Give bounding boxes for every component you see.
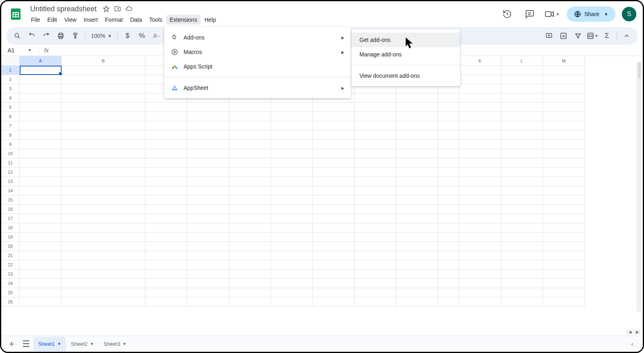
cell[interactable] xyxy=(438,233,459,242)
cell[interactable] xyxy=(355,270,396,279)
cell[interactable] xyxy=(187,223,229,233)
cell[interactable] xyxy=(229,205,271,214)
cell[interactable] xyxy=(20,242,62,251)
cell[interactable] xyxy=(62,297,145,307)
cell[interactable] xyxy=(229,214,271,223)
name-box[interactable]: A1 ▼ xyxy=(4,47,35,54)
meet-icon[interactable]: ▼ xyxy=(544,6,560,22)
cell[interactable] xyxy=(543,131,585,140)
menu-view-document-addons[interactable]: View document add-ons xyxy=(351,69,460,83)
cell[interactable] xyxy=(543,233,585,242)
menu-edit[interactable]: Edit xyxy=(44,15,60,25)
cell[interactable] xyxy=(543,242,585,251)
cell[interactable] xyxy=(459,214,501,223)
cell[interactable] xyxy=(355,121,396,131)
row-header-14[interactable]: 14 xyxy=(1,186,20,195)
row-header-6[interactable]: 6 xyxy=(1,112,20,121)
cell[interactable] xyxy=(501,270,543,279)
cell[interactable] xyxy=(145,177,187,186)
cell[interactable] xyxy=(229,112,271,121)
cells-area[interactable] xyxy=(20,66,643,307)
print-icon[interactable] xyxy=(54,29,67,42)
star-icon[interactable] xyxy=(102,5,110,13)
cell[interactable] xyxy=(187,112,229,121)
explore-button[interactable]: ‹ xyxy=(625,337,640,351)
cell[interactable] xyxy=(438,260,459,270)
row-header-16[interactable]: 16 xyxy=(1,205,20,214)
cell[interactable] xyxy=(271,233,313,242)
insert-chart-icon[interactable] xyxy=(557,29,570,42)
cell[interactable] xyxy=(229,177,271,186)
cell[interactable] xyxy=(187,288,229,297)
menu-macros[interactable]: Macros ▶ xyxy=(164,45,351,59)
cell[interactable] xyxy=(396,279,438,288)
cell[interactable] xyxy=(20,270,62,279)
cell[interactable] xyxy=(355,251,396,260)
cell[interactable] xyxy=(459,251,501,260)
cell[interactable] xyxy=(313,260,355,270)
row-header-1[interactable]: 1 xyxy=(1,66,20,75)
cell[interactable] xyxy=(229,149,271,158)
cell[interactable] xyxy=(187,168,229,177)
cell[interactable] xyxy=(313,103,355,112)
decrease-decimal-icon[interactable]: .0← xyxy=(150,29,163,42)
cell[interactable] xyxy=(355,149,396,158)
cell[interactable] xyxy=(543,177,585,186)
cell[interactable] xyxy=(438,279,459,288)
cell[interactable] xyxy=(355,195,396,205)
cell[interactable] xyxy=(229,140,271,149)
menu-insert[interactable]: Insert xyxy=(80,15,101,25)
cell[interactable] xyxy=(313,158,355,168)
active-cell[interactable] xyxy=(20,66,62,75)
cell[interactable] xyxy=(355,260,396,270)
cell[interactable] xyxy=(313,186,355,195)
cell[interactable] xyxy=(459,223,501,233)
cell[interactable] xyxy=(20,103,62,112)
paint-format-icon[interactable] xyxy=(69,29,82,42)
redo-icon[interactable] xyxy=(40,29,53,42)
cell[interactable] xyxy=(438,195,459,205)
cell[interactable] xyxy=(62,214,145,223)
cell[interactable] xyxy=(229,233,271,242)
cell[interactable] xyxy=(145,140,187,149)
cell[interactable] xyxy=(62,131,145,140)
cell[interactable] xyxy=(543,140,585,149)
cell[interactable] xyxy=(396,131,438,140)
cell[interactable] xyxy=(187,270,229,279)
cell[interactable] xyxy=(396,242,438,251)
cell[interactable] xyxy=(187,260,229,270)
cell[interactable] xyxy=(438,214,459,223)
cell[interactable] xyxy=(145,297,187,307)
cell[interactable] xyxy=(501,297,543,307)
cell[interactable] xyxy=(543,251,585,260)
cell[interactable] xyxy=(187,103,229,112)
cell[interactable] xyxy=(396,270,438,279)
scroll-left-icon[interactable]: ◀ xyxy=(627,329,633,335)
cell[interactable] xyxy=(355,233,396,242)
cell[interactable] xyxy=(501,112,543,121)
cell[interactable] xyxy=(145,103,187,112)
sheet-tab-3[interactable]: Sheet3 ▼ xyxy=(99,337,131,351)
cell[interactable] xyxy=(271,214,313,223)
row-header-19[interactable]: 19 xyxy=(1,233,20,242)
row-header-17[interactable]: 17 xyxy=(1,214,20,223)
cell[interactable] xyxy=(62,149,145,158)
cell[interactable] xyxy=(396,168,438,177)
cell[interactable] xyxy=(438,186,459,195)
cell[interactable] xyxy=(543,195,585,205)
cell[interactable] xyxy=(313,279,355,288)
cell[interactable] xyxy=(355,168,396,177)
cell[interactable] xyxy=(459,140,501,149)
undo-icon[interactable] xyxy=(25,29,38,42)
cell[interactable] xyxy=(438,242,459,251)
cell[interactable] xyxy=(62,195,145,205)
cell[interactable] xyxy=(459,242,501,251)
cell[interactable] xyxy=(187,242,229,251)
cell[interactable] xyxy=(438,103,459,112)
cell[interactable] xyxy=(501,214,543,223)
cell[interactable] xyxy=(396,112,438,121)
menu-apps-script[interactable]: Apps Script xyxy=(164,59,351,74)
cell[interactable] xyxy=(145,149,187,158)
scroll-right-icon[interactable]: ▶ xyxy=(634,329,640,335)
cell[interactable] xyxy=(459,84,501,93)
